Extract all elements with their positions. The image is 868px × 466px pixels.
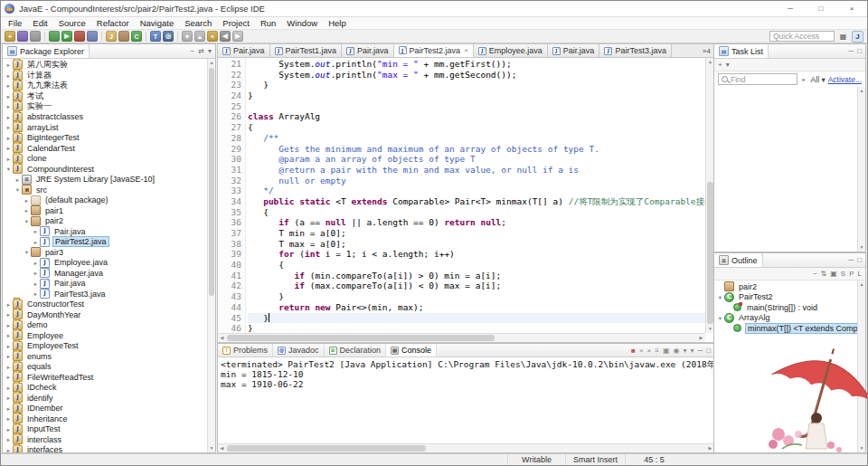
- menu-edit[interactable]: Edit: [27, 18, 52, 28]
- minimize-view-button[interactable]: ─: [697, 347, 703, 355]
- maximize-view-icon[interactable]: □: [857, 47, 862, 55]
- editor-tab-pair-java[interactable]: JPair.java: [548, 44, 600, 57]
- maximize-view-button[interactable]: □: [706, 347, 711, 355]
- console-tab-javadoc[interactable]: @Javadoc: [273, 344, 325, 357]
- save-button[interactable]: [17, 31, 28, 42]
- menu-help[interactable]: Help: [323, 18, 352, 28]
- expand-arrow-icon[interactable]: ▸: [23, 195, 31, 205]
- sort-icon[interactable]: ⇅: [821, 270, 827, 278]
- tree-item-employee-java[interactable]: ▸JEmployee.java: [3, 258, 207, 269]
- expand-arrow-icon[interactable]: ▸: [5, 60, 13, 70]
- tree-item-enums[interactable]: ▸Jenums: [3, 351, 207, 362]
- tree-item-equals[interactable]: ▸Jequals: [3, 362, 207, 373]
- new-java-project-button[interactable]: J: [106, 31, 117, 42]
- tree-item-pair-java[interactable]: ▸JPair.java: [3, 226, 207, 237]
- tree-item-default-package[interactable]: ▸(default package): [3, 195, 207, 206]
- chevron-right-icon[interactable]: ▸: [800, 74, 808, 84]
- quick-access-input[interactable]: Quick Access: [769, 31, 835, 42]
- pin-console-button[interactable]: ◉: [673, 347, 679, 355]
- tree-item-jre-system-library-javase-10[interactable]: ▸≡JRE System Library [JavaSE-10]: [3, 175, 207, 185]
- new-wizard-button[interactable]: +: [5, 31, 15, 42]
- expand-arrow-icon[interactable]: ▸: [5, 330, 13, 340]
- expand-arrow-icon[interactable]: ▸: [32, 289, 40, 299]
- previous-annotation-button[interactable]: ▲: [194, 31, 205, 42]
- tree-item-实验一[interactable]: ▸J实验一: [3, 101, 207, 112]
- tree-item-clone[interactable]: ▸Jclone: [3, 154, 207, 165]
- expand-arrow-icon[interactable]: ▸: [5, 154, 13, 164]
- expand-arrow-icon[interactable]: ▸: [5, 424, 13, 434]
- collapse-arrow-icon[interactable]: ▾: [14, 185, 22, 195]
- expand-arrow-icon[interactable]: ▸: [5, 122, 13, 132]
- view-menu-icon[interactable]: ▾: [208, 47, 212, 55]
- expand-arrow-icon[interactable]: ▸: [5, 143, 13, 153]
- editor-horizontal-scrollbar[interactable]: ◀ ▶: [218, 333, 705, 342]
- menu-project[interactable]: Project: [217, 18, 255, 28]
- tree-item-interclass[interactable]: ▸Jinterclass: [3, 434, 207, 445]
- forward-history-button[interactable]: ▶: [232, 31, 243, 42]
- line-number-gutter[interactable]: 2122232425262728293031323334353637383940…: [224, 58, 246, 333]
- terminate-button[interactable]: ■: [631, 347, 636, 355]
- collapse-all-icon[interactable]: −: [813, 270, 817, 278]
- expand-arrow-icon[interactable]: ▸: [5, 112, 13, 122]
- expand-arrow-icon[interactable]: ▸: [5, 133, 13, 143]
- tree-item-filewritereadtest[interactable]: ▸JFileWriteReadTest: [3, 372, 207, 383]
- collapse-all-icon[interactable]: −: [191, 47, 195, 55]
- expand-arrow-icon[interactable]: ▸: [14, 175, 22, 185]
- expand-arrow-icon[interactable]: ▸: [5, 445, 13, 452]
- tree-item-pair3[interactable]: ▾pair3: [3, 247, 207, 258]
- scrollbar-thumb[interactable]: [707, 182, 713, 324]
- code-editor[interactable]: 2122232425262728293031323334353637383940…: [217, 58, 715, 343]
- code-area[interactable]: System.out.println("min = " + mm.getFirs…: [248, 58, 705, 333]
- expand-arrow-icon[interactable]: ▸: [23, 205, 31, 215]
- expand-arrow-icon[interactable]: ▸: [5, 414, 13, 423]
- editor-tab-pairtest3-java[interactable]: JPairTest3.java: [599, 44, 672, 57]
- menu-file[interactable]: File: [3, 18, 27, 28]
- expand-arrow-icon[interactable]: ▸: [32, 226, 40, 236]
- editor-tab-pairtest2-java[interactable]: JPairTest2.java×: [394, 44, 474, 57]
- minimize-button[interactable]: ─: [775, 1, 806, 16]
- folding-margin[interactable]: [218, 58, 224, 333]
- run-external-tools-button[interactable]: [87, 31, 98, 42]
- package-explorer-scrollbar[interactable]: ▲ ▼: [207, 59, 215, 452]
- tree-item-bigintegertest[interactable]: ▸JBigIntegerTest: [3, 133, 207, 144]
- scroll-right-arrow[interactable]: ▶: [697, 334, 705, 342]
- tree-item-arraylist[interactable]: ▸JarrayList: [3, 122, 207, 133]
- task-list-tab[interactable]: ▤ Task List: [714, 44, 769, 58]
- close-tab-icon[interactable]: ×: [464, 46, 468, 54]
- find-input[interactable]: Find: [718, 73, 797, 85]
- tree-item-src[interactable]: ▾src: [3, 185, 207, 195]
- java-perspective-icon[interactable]: J: [852, 31, 863, 43]
- outline-scrollbar[interactable]: ▲ ▼: [857, 281, 865, 452]
- editor-tab-pairtest1-java[interactable]: JPairTest1.java: [270, 44, 343, 57]
- hide-local-types-icon[interactable]: L: [858, 270, 862, 278]
- tree-item-identify[interactable]: ▸Jidentify: [3, 393, 207, 404]
- collapse-arrow-icon[interactable]: ▾: [23, 216, 31, 226]
- tab-overflow-indicator[interactable]: »4: [699, 44, 714, 57]
- remove-all-launches-button[interactable]: ×: [647, 347, 652, 355]
- expand-arrow-icon[interactable]: ▸: [5, 71, 13, 81]
- scroll-down-arrow[interactable]: ▼: [858, 243, 865, 252]
- tree-item-employeetest[interactable]: ▸JEmployeeTest: [3, 341, 207, 352]
- remove-launch-button[interactable]: ×: [639, 347, 644, 355]
- tree-item-compoundinterest[interactable]: ▾JCompoundInterest: [3, 164, 207, 175]
- tree-item-constructortest[interactable]: ▸JConstructorTest: [3, 300, 207, 310]
- back-history-button[interactable]: ◀: [220, 31, 231, 42]
- expand-arrow-icon[interactable]: ▸: [32, 237, 40, 247]
- editor-tab-employee-java[interactable]: JEmployee.java: [474, 44, 548, 57]
- console-tab-console[interactable]: ▦Console: [386, 344, 437, 357]
- menu-window[interactable]: Window: [281, 18, 323, 28]
- tree-item-arrayalg[interactable]: ▾CArrayAlg: [714, 313, 857, 324]
- minimize-view-icon[interactable]: ─: [848, 256, 854, 264]
- display-selected-console-button[interactable]: ▾: [683, 347, 686, 355]
- tree-item-minmax-t-t-extends-comparab[interactable]: minmax(T[]) <T extends Comparab: [714, 323, 857, 334]
- console-tab-problems[interactable]: !Problems: [218, 344, 273, 357]
- menu-navigate[interactable]: Navigate: [135, 18, 180, 28]
- new-package-button[interactable]: [118, 31, 129, 42]
- tree-item-employee[interactable]: ▸JEmployee: [3, 330, 207, 341]
- link-with-editor-icon[interactable]: ⇄: [198, 47, 204, 55]
- filter-all-dropdown[interactable]: All ▾: [811, 75, 826, 84]
- coverage-button[interactable]: [74, 31, 85, 42]
- expand-arrow-icon[interactable]: ▸: [32, 268, 40, 278]
- expand-arrow-icon[interactable]: ▸: [5, 300, 13, 309]
- tree-item-pairtest2-java[interactable]: ▸JPairTest2.java: [3, 237, 207, 248]
